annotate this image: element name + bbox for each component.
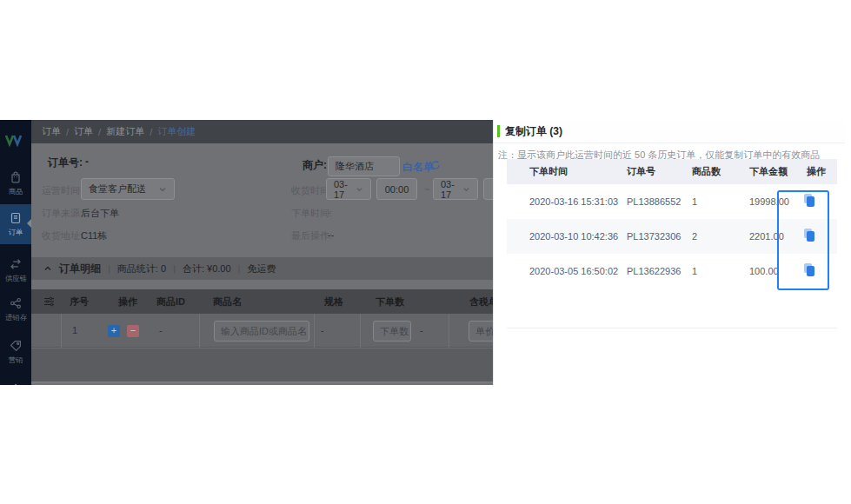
breadcrumb-item[interactable]: 订单 [74,125,93,138]
copy-order-panel: 复制订单 (3) 注：显示该商户此运营时间的近 50 条历史订单，仅能复制订单中… [493,120,845,385]
accent-bar [497,125,500,137]
breadcrumb-item[interactable]: 订单 [42,125,61,138]
sidebar-item-settings[interactable] [0,370,31,385]
col-header-index: 序号 [70,289,89,314]
sidebar-item-goods[interactable]: 商品 [0,165,31,202]
op-time-label: 运营时间: [42,184,83,197]
order-time: 2020-03-10 10:42:36 [529,219,618,254]
col-header-time: 下单时间 [529,159,568,184]
document-icon [9,211,23,225]
sidebar-item-label: 商品 [9,186,23,196]
copy-panel-count: (3) [549,125,562,137]
qty-input[interactable]: 下单数 [373,321,411,342]
receive-date-from: 03-17 [334,179,356,200]
receive-date-to-select[interactable]: 03-17 [433,178,478,200]
col-header-qty: 商品数 [692,159,721,184]
divider: | [173,263,176,274]
order-no-label: 订单号: [48,156,83,170]
breadcrumb-item[interactable]: 新建订单 [106,125,144,138]
op-time-select[interactable]: 食堂客户配送 [81,178,175,200]
source-label: 订单来源: [42,207,83,220]
order-time: 2020-03-05 16:50:02 [529,254,618,288]
copy-panel-header: 复制订单 (3) [494,120,845,143]
refresh-icon[interactable] [430,160,441,170]
supply-chain-icon [9,257,23,271]
sidebar: 商品 订单 供应链 [0,120,31,385]
receive-date-to: 03-17 [441,179,462,200]
col-header-qty: 下单数 [376,289,404,314]
receive-time-from-select[interactable]: 00:00 [376,178,417,200]
last-op-label: 最后操作: [291,229,332,242]
breadcrumb-separator: / [98,127,101,137]
op-time-value: 食堂客户配送 [89,182,146,196]
whitelist-link[interactable]: 白名单 [402,160,434,175]
breadcrumb-item-current: 订单创建 [157,125,196,138]
spec-cell: - [321,314,324,348]
detail-table-row: 1 + − - 输入商品ID或商品名 - 下单数 - 单价 [31,314,493,348]
tag-icon [9,339,23,353]
detail-table-empty-area [31,348,493,383]
col-header-ops: 操作 [807,159,826,184]
order-detail-title: 订单明细 [59,262,101,276]
add-row-button[interactable]: + [108,325,120,337]
order-no: PL13732306 [627,219,681,254]
page: 商品 订单 供应链 [0,0,851,504]
col-header-amount: 下单金额 [749,159,788,184]
order-time: 2020-03-16 15:31:03 [529,184,618,219]
breadcrumb-separator: / [150,127,152,137]
filter-icon[interactable] [43,296,55,307]
collapse-chevron-icon[interactable] [43,264,52,273]
address-value: C11栋 [81,229,107,242]
ops-column-highlight-box [777,190,829,290]
order-no: PL13622936 [627,254,681,288]
app-logo-icon [3,130,28,149]
sidebar-item-supply-chain[interactable]: 供应链 [0,252,31,288]
price-input[interactable]: 单价 [469,321,493,342]
sidebar-item-marketing[interactable]: 营销 [0,334,31,370]
order-qty: 1 [692,184,697,219]
order-create-page-dimmed: 订单 / 订单 / 新建订单 / 订单创建 订单号: - 商户: 隆华酒店 白名… [31,120,493,385]
chevron-down-icon [158,185,167,194]
order-qty: 2 [692,219,697,254]
chevron-down-icon [462,185,470,194]
gear-icon [9,381,23,385]
divider: | [238,263,241,274]
copy-panel-title: 复制订单 (3) [505,120,562,143]
source-value: 后台下单 [81,207,119,220]
order-time-value: - [328,207,331,217]
order-detail-section-header: 订单明细 | 商品统计: 0 | 合计: ¥0.00 | 免运费 [31,257,493,280]
sidebar-item-inventory[interactable]: 进销存 [0,291,31,328]
history-table-header: 下单时间 订单号 商品数 下单金额 操作 [507,159,837,184]
col-header-product-id: 商品ID [156,289,185,314]
column-separator [199,314,200,348]
sidebar-item-label: 进销存 [5,312,27,322]
divider: | [108,263,110,274]
table-bottom-border [507,291,837,328]
merchant-input[interactable]: 隆华酒店 [328,156,400,176]
sidebar-item-label: 供应链 [5,273,27,283]
receive-date-from-select[interactable]: 03-17 [326,178,371,200]
merchant-value: 隆华酒店 [336,160,374,173]
remove-row-button[interactable]: − [127,325,139,337]
order-no: PL13886552 [627,184,681,219]
app-window: 商品 订单 供应链 [0,120,845,385]
receive-time-to-select[interactable] [483,178,493,200]
shipping-badge: 免运费 [247,262,276,275]
col-header-price: 含税单价 [469,289,493,314]
goods-stats: 商品统计: 0 [117,262,166,275]
breadcrumb: 订单 / 订单 / 新建订单 / 订单创建 [31,120,493,143]
receive-time-from: 00:00 [385,184,409,195]
share-icon [9,296,23,310]
breadcrumb-separator: / [66,127,69,137]
sidebar-item-label: 订单 [9,227,23,237]
product-id-cell: - [159,314,163,348]
column-separator [61,314,62,348]
address-label: 收货地址: [42,229,83,242]
sidebar-item-label: 营销 [9,355,23,365]
order-total: 合计: ¥0.00 [183,262,231,275]
product-name-input[interactable]: 输入商品ID或商品名 [214,321,309,342]
col-header-product-name: 商品名 [213,289,242,314]
detail-table-header: 序号 操作 商品ID 商品名 规格 下单数 含税单价 [31,289,493,314]
copy-panel-title-text: 复制订单 [505,125,547,137]
column-separator [360,314,361,348]
